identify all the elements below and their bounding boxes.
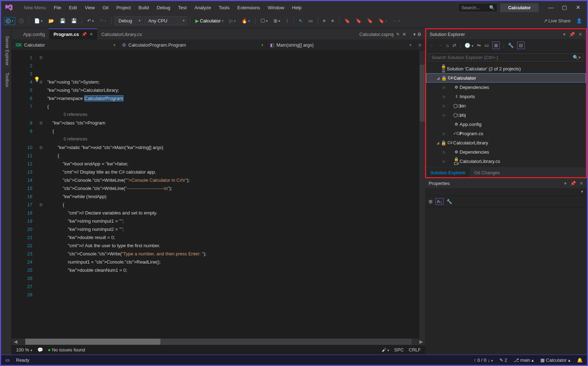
tab-overflow-button[interactable]: ▾ ⚙ [410,29,425,39]
code-editor[interactable]: 1234567891011121314151617181920212223242… [12,51,425,339]
props-categorized-icon[interactable]: ⊞ [429,199,433,204]
nav-fwd-button[interactable] [17,17,26,25]
vertical-scrollbar[interactable] [419,51,425,339]
pin-icon[interactable]: 📌 [82,32,87,37]
panel-pin-icon[interactable]: 📌 [569,32,575,37]
menu-git[interactable]: Git [99,3,112,12]
save-all-button[interactable]: 💾 [69,17,79,25]
menu-help[interactable]: Help [288,3,305,12]
extra-button[interactable]: — ▾ [391,17,402,25]
menu-edit[interactable]: Edit [65,3,80,12]
tab-git-changes[interactable]: Git Changes [470,168,504,177]
tree-node[interactable]: ▷⚙Dependencies [426,147,586,157]
title-search-input[interactable]: Search... 🔍 [458,3,497,12]
sol-filter-icon[interactable]: ⇋ [477,43,481,48]
bookmark-next-button[interactable]: 🔖 [365,17,375,25]
tree-node[interactable]: ▷✓C#Program.cs [426,129,586,138]
nav-class-dropdown[interactable]: ⚙CalculatorProgram.Program [118,41,266,49]
close-tab-icon[interactable]: ✕ [90,32,93,37]
sol-fwd-icon[interactable]: → [438,43,443,48]
tree-node[interactable]: ⚙App.config [426,120,586,129]
status-branch[interactable]: ⎇ main ▴ [514,357,534,363]
tree-node[interactable]: ▷🔒C#CalculatorLibrary.cs [426,157,586,166]
solution-search-input[interactable] [429,53,583,62]
horizontal-scrollbar[interactable]: ◀ ▶ [12,339,425,345]
lightbulb-icon[interactable]: 💡 [34,75,40,84]
menu-project[interactable]: Project [113,3,134,12]
maximize-button[interactable]: ▢ [561,4,568,11]
line-ending[interactable]: CRLF [409,347,421,352]
tree-node[interactable]: ◢🔒C#CalculatorLibrary [426,138,586,147]
tree-node[interactable]: ▷⇩Imports [426,92,586,101]
tree-node[interactable]: ◢🔒C#Calculator [426,73,586,83]
bookmark-prev-button[interactable]: 🔖 [354,17,364,25]
nav-split-button[interactable]: ≑ [414,42,425,48]
sol-sync-icon[interactable]: 🕐 ▾ [465,43,473,48]
menu-view[interactable]: View [81,3,99,12]
panel-close-icon[interactable]: ✕ [579,181,583,186]
account-button[interactable]: 👤 [574,17,584,25]
issues-indicator[interactable]: ● No issues found [48,347,85,352]
menu-analyze[interactable]: Analyze [191,3,214,12]
solution-tree[interactable]: 🔒☰Solution 'Calculator' (2 of 2 projects… [426,63,586,167]
platform-dropdown[interactable]: Any CPU [144,16,187,25]
status-errors[interactable]: ↑ 0 / 0 ↓ ▾ [474,357,493,363]
props-wrench-icon[interactable]: 🔧 [446,199,452,204]
close-button[interactable]: ✕ [575,4,581,11]
menu-file[interactable]: File [50,3,65,12]
open-button[interactable]: 📂 [46,17,56,25]
tree-node[interactable]: 🔒☰Solution 'Calculator' (2 of 2 projects… [426,64,586,73]
minimize-button[interactable]: — [548,4,554,11]
props-alpha-icon[interactable]: A↓ [435,198,444,205]
bookmark-clear-button[interactable]: 🔖 ▾ [376,17,389,25]
nav-back-button[interactable]: ▾ [4,17,15,25]
redo-button[interactable]: ↷ ▾ [97,17,108,25]
sol-back-icon[interactable]: ← [430,43,434,48]
tab-csproj[interactable]: Calculator.csproj✎✕ [356,29,410,39]
save-button[interactable]: 💾 [58,17,68,25]
rail-server-explorer[interactable]: Server Explorer [1,32,11,69]
panel-menu-icon[interactable]: ▾ [563,32,566,37]
panel-menu-icon[interactable]: ▾ [564,181,567,186]
tree-node[interactable]: ▷⚙Dependencies [426,83,586,92]
menu-extensions[interactable]: Extensions [234,3,264,12]
tab-app-config[interactable]: App.config [19,29,49,39]
live-share-button[interactable]: ↗ Live Share [541,17,573,25]
tree-node[interactable]: ▷◯▢obj [426,110,586,120]
zoom-level[interactable]: 100 % ▾ [16,347,32,352]
status-bell-icon[interactable]: 🔔 [577,357,583,363]
menu-window[interactable]: Window [264,3,288,12]
indent-button[interactable]: ≡ [329,17,336,25]
sol-properties-icon[interactable]: 🔧 [508,43,514,48]
nav-member-dropdown[interactable]: ◧Main(string[] args) [266,41,414,49]
tab-solution-explorer[interactable]: Solution Explorer [426,168,470,177]
properties-dropdown[interactable]: ▾ [425,188,587,196]
menu-debug[interactable]: Debug [153,3,174,12]
cursor-icon[interactable]: ↖ [297,17,305,25]
step-button[interactable]: ⤵ [284,17,291,25]
status-changes[interactable]: ✎ 2 [499,357,507,363]
sol-showall-icon[interactable]: ⊞ [492,42,500,49]
tab-program-cs[interactable]: Program.cs📌✕ [49,28,97,39]
rail-toolbox[interactable]: Toolbox [1,69,11,91]
menu-new[interactable]: New Menu [20,3,49,12]
panel-close-icon[interactable]: ✕ [578,32,582,37]
code-content[interactable]: 💡 "kw">using "cls">System;"kw">using "cl… [44,51,425,339]
menu-build[interactable]: Build [135,3,153,12]
close-csproj-icon[interactable]: ✕ [402,32,406,37]
layout-button[interactable]: ⊞ ▾ [271,17,282,25]
chat-icon[interactable]: 💬 [37,347,43,352]
tab-calc-library[interactable]: CalculatorLibrary.cs [97,29,146,39]
nav-project-dropdown[interactable]: C#Calculator [12,41,118,49]
window-icon[interactable]: ▭ [306,17,315,25]
menu-test[interactable]: Test [175,3,190,12]
menu-tools[interactable]: Tools [215,3,233,12]
sol-collapse-icon[interactable]: ▭ [484,43,489,48]
config-dropdown[interactable]: Debug [115,16,143,25]
sol-switch-icon[interactable]: ⇄ [452,43,456,48]
browser-link-button[interactable]: 🖵 ▾ [258,17,270,25]
new-item-button[interactable]: 📄▾ [32,17,45,25]
sol-preview-icon[interactable]: ⊟ [517,42,525,49]
fold-column[interactable]: ⊟⊟⊟⊟⊟ [37,51,44,339]
start-no-debug-button[interactable]: ▷ ▾ [227,17,238,25]
